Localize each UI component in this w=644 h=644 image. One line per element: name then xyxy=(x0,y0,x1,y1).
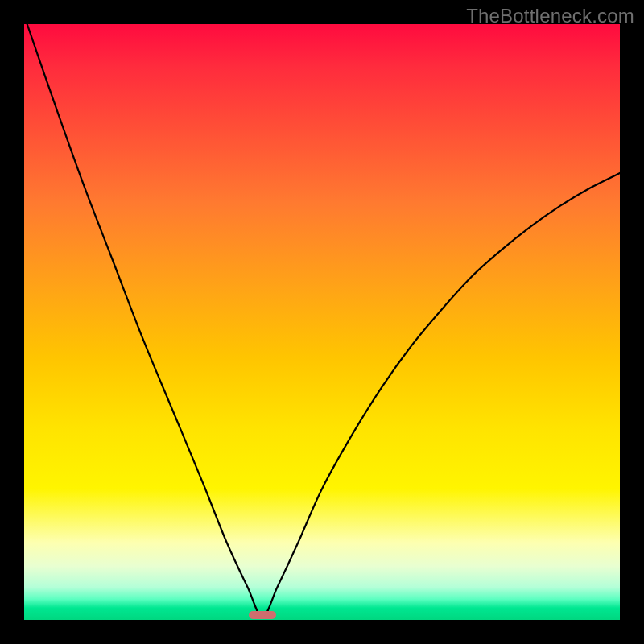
watermark-text: TheBottleneck.com xyxy=(466,5,634,27)
chart-frame: TheBottleneck.com xyxy=(0,0,644,644)
optimal-marker xyxy=(249,611,275,619)
bottleneck-curve xyxy=(27,24,620,617)
plot-area xyxy=(24,24,620,620)
curve-layer xyxy=(24,24,620,620)
